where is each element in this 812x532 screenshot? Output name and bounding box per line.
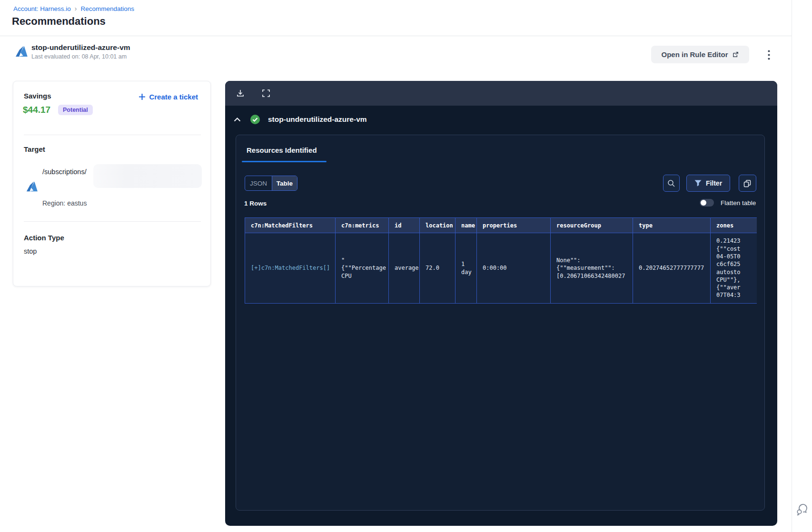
open-in-rule-editor-button[interactable]: Open in Rule Editor: [651, 46, 749, 63]
azure-logo-icon: [14, 45, 29, 59]
column-header-name[interactable]: name: [456, 218, 477, 233]
action-type-label: Action Type: [24, 234, 64, 242]
azure-logo-icon: [25, 180, 39, 194]
collapse-chevron-icon[interactable]: [232, 114, 242, 125]
column-header-id[interactable]: id: [389, 218, 420, 233]
fullscreen-icon[interactable]: [260, 88, 272, 99]
column-header-properties[interactable]: properties: [477, 218, 551, 233]
cell-id: average: [389, 233, 420, 304]
plus-icon: [139, 93, 146, 100]
redacted-subscription-id: [93, 164, 202, 188]
resources-identified-card: Resources Identified JSON Table Filter: [236, 135, 765, 511]
rule-result-header: stop-underutilized-azure-vm: [225, 112, 777, 127]
card-divider: [24, 221, 201, 222]
card-divider: [24, 135, 201, 135]
create-ticket-button[interactable]: Create a ticket: [139, 93, 198, 101]
flatten-table-toggle[interactable]: [700, 199, 714, 207]
recommendation-name: stop-underutilized-azure-vm: [31, 43, 130, 52]
search-button[interactable]: [663, 175, 680, 192]
view-json-button[interactable]: JSON: [245, 176, 272, 190]
flatten-table-label: Flatten table: [721, 199, 756, 207]
rows-count: 1 Rows: [244, 200, 267, 207]
cell-type: 0.20274652777777777: [633, 233, 711, 304]
cell-location: 72.0: [420, 233, 456, 304]
column-header-metrics[interactable]: c7n:metrics: [336, 218, 389, 233]
breadcrumb-separator: ›: [75, 5, 77, 12]
filter-funnel-icon: [694, 180, 702, 187]
cell-properties: 0:00:00: [477, 233, 551, 304]
resources-table-container[interactable]: c7n:MatchedFilters c7n:metrics id locati…: [245, 217, 757, 304]
action-type-value: stop: [24, 247, 37, 255]
flatten-table-control: Flatten table: [700, 199, 756, 207]
column-header-type[interactable]: type: [633, 218, 711, 233]
savings-label: Savings: [24, 92, 51, 100]
active-tab-underline: [242, 161, 327, 162]
breadcrumb-recommendations-link[interactable]: Recommendations: [80, 5, 134, 12]
target-label: Target: [24, 145, 45, 153]
external-link-icon: [732, 51, 739, 58]
cell-zones: 0.21423 {""cost 04-05T0 c6cf625 autosto …: [711, 233, 757, 304]
view-mode-toggle: JSON Table: [245, 176, 297, 191]
savings-potential-badge: Potential: [58, 105, 93, 115]
tab-resources-identified-label: Resources Identified: [247, 146, 317, 154]
breadcrumb: Account: Harness.io › Recommendations: [13, 5, 134, 12]
resources-table: c7n:MatchedFilters c7n:metrics id locati…: [245, 217, 757, 304]
table-header-row: c7n:MatchedFilters c7n:metrics id locati…: [245, 218, 757, 233]
savings-amount: $44.17: [23, 105, 50, 115]
recommendation-last-evaluated: Last evaluated on: 08 Apr, 10:01 am: [31, 53, 127, 60]
view-table-button[interactable]: Table: [272, 176, 297, 190]
column-header-resource-group[interactable]: resourceGroup: [551, 218, 633, 233]
panel-toolbar: [225, 81, 777, 106]
table-row: [+]c7n:MatchedFilters[] " {""Percentage …: [245, 233, 757, 304]
cell-name: 1 day: [456, 233, 477, 304]
cell-metrics: " {""Percentage CPU: [336, 233, 389, 304]
cell-matched-filters-expander[interactable]: [+]c7n:MatchedFilters[]: [245, 233, 336, 304]
search-icon: [667, 179, 675, 187]
header-divider: [0, 36, 792, 36]
cell-resource-group: None"": {""measurement"": [0.20671066342…: [551, 233, 633, 304]
recommendations-page: Account: Harness.io › Recommendations Re…: [0, 0, 812, 532]
right-rail-divider: [792, 0, 792, 532]
success-check-icon: [250, 114, 260, 125]
page-title: Recommendations: [12, 15, 106, 28]
toggle-knob: [701, 200, 706, 206]
column-header-matched-filters[interactable]: c7n:MatchedFilters: [245, 218, 336, 233]
create-ticket-label: Create a ticket: [149, 93, 198, 101]
filter-button[interactable]: Filter: [686, 175, 730, 192]
open-in-rule-editor-label: Open in Rule Editor: [661, 50, 728, 59]
recommendation-details-card: Savings Create a ticket $44.17 Potential…: [13, 81, 211, 286]
copy-button[interactable]: [739, 175, 756, 192]
tab-resources-identified[interactable]: Resources Identified: [242, 140, 327, 162]
column-header-zones[interactable]: zones: [711, 218, 757, 233]
copy-icon: [743, 179, 752, 187]
filter-button-label: Filter: [706, 179, 722, 187]
column-header-location[interactable]: location: [420, 218, 456, 233]
chat-bubble-icon[interactable]: [794, 502, 810, 518]
target-region: Region: eastus: [42, 199, 87, 207]
rule-result-title: stop-underutilized-azure-vm: [268, 115, 367, 124]
download-icon[interactable]: [235, 88, 246, 99]
kebab-menu-icon[interactable]: [761, 47, 777, 63]
breadcrumb-account-link[interactable]: Account: Harness.io: [13, 5, 71, 12]
target-path: /subscriptions/: [42, 168, 87, 176]
rule-output-panel: stop-underutilized-azure-vm Resources Id…: [225, 81, 777, 526]
